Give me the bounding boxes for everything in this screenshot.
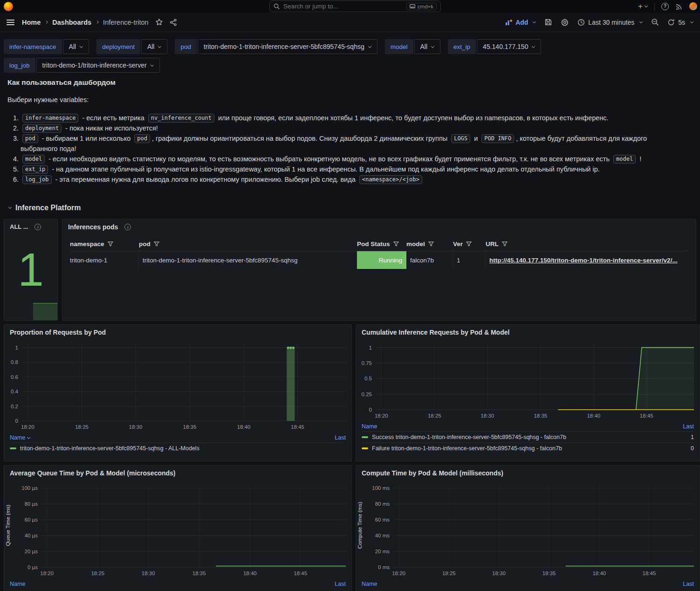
info-icon[interactable]: i	[124, 224, 131, 230]
legend-sort-last[interactable]: Last	[683, 581, 694, 587]
svg-text:0.4: 0.4	[11, 389, 19, 394]
legend-item[interactable]: Success triton-demo-1-triton-inference-s…	[362, 431, 694, 442]
panel-title[interactable]: ALL ... i	[4, 220, 57, 232]
svg-text:40 µs: 40 µs	[25, 533, 38, 538]
svg-text:0: 0	[369, 407, 372, 412]
help-icon[interactable]: ?	[661, 3, 669, 10]
inline-code-chip: model	[22, 155, 45, 164]
info-icon[interactable]: i	[34, 224, 41, 230]
status-badge: Running	[357, 251, 406, 269]
zoom-out-icon[interactable]	[651, 18, 659, 26]
filter-icon[interactable]	[502, 241, 508, 247]
filter-icon[interactable]	[466, 241, 472, 247]
column-header-url[interactable]: URL	[486, 237, 688, 251]
variable-label: deployment	[96, 39, 140, 54]
panel-title[interactable]: Average Queue Time by Pod & Model (micro…	[4, 466, 351, 479]
row-header-inference-platform[interactable]: Inference Platform	[7, 204, 81, 212]
proportion-chart-canvas[interactable]: 18:2018:2518:3018:3518:4018:4510.80.60.4…	[4, 339, 351, 432]
series-swatch	[10, 447, 16, 449]
table-header-row: namespace pod Pod Status model Ver URL	[70, 237, 688, 251]
legend-sort-last[interactable]: Last	[335, 581, 346, 587]
queue-time-chart-canvas[interactable]: 18:2018:2518:3018:3518:4018:45100 µs80 µ…	[4, 480, 351, 578]
filter-icon[interactable]	[108, 241, 113, 247]
cumulative-chart-canvas[interactable]: 18:2018:2518:3018:3518:4018:4510.750.50.…	[356, 339, 700, 421]
legend-sort-name[interactable]: Name	[362, 423, 377, 430]
breadcrumb-home[interactable]: Home	[22, 19, 41, 26]
favorite-star-icon[interactable]	[155, 18, 163, 26]
grafana-logo-icon[interactable]	[4, 2, 13, 11]
time-range-picker[interactable]: Last 30 minutes	[577, 19, 643, 26]
filter-icon[interactable]	[393, 241, 399, 247]
column-header-namespace[interactable]: namespace	[70, 237, 139, 251]
legend-sort-name[interactable]: Name	[362, 581, 377, 587]
refresh-icon	[667, 19, 675, 26]
save-dashboard-icon[interactable]	[544, 18, 552, 26]
svg-text:60 µs: 60 µs	[25, 517, 38, 522]
variable-value-dropdown[interactable]: triton-demo-1/triton-inference-server	[36, 58, 160, 73]
variable-value-dropdown[interactable]: All	[141, 39, 168, 54]
legend-sort-name[interactable]: Name	[10, 434, 25, 441]
svg-text:18:35: 18:35	[534, 413, 547, 419]
legend-item[interactable]: triton-demo-1-triton-inference-server-5b…	[10, 442, 346, 454]
column-header-model[interactable]: model	[406, 237, 453, 251]
svg-text:18:45: 18:45	[643, 570, 656, 576]
new-menu-button[interactable]: +	[638, 2, 648, 11]
legend-sort-name[interactable]: Name	[10, 581, 25, 587]
search-shortcut-hint: cmd+k	[406, 3, 437, 10]
inline-code-chip: deployment	[22, 124, 62, 133]
cell-namespace: triton-demo-1	[70, 251, 139, 269]
series-swatch	[362, 447, 368, 449]
settings-gear-icon[interactable]	[561, 18, 569, 27]
user-avatar[interactable]	[689, 2, 697, 10]
svg-text:0.6: 0.6	[11, 374, 18, 380]
dashboard-variables-row-1: infer-namespace All deployment All pod t…	[4, 39, 541, 54]
filter-icon[interactable]	[428, 241, 434, 247]
svg-text:18:25: 18:25	[91, 570, 104, 576]
variable-value-dropdown[interactable]: triton-demo-1-triton-inference-server-5b…	[198, 39, 377, 54]
series-swatch	[362, 436, 368, 438]
column-header-ver[interactable]: Ver	[453, 237, 486, 251]
add-panel-icon	[505, 19, 513, 26]
variable-ext-ip: ext_ip 45.140.177.150	[448, 39, 541, 54]
legend-sort-last[interactable]: Last	[335, 434, 346, 441]
share-icon[interactable]	[170, 19, 177, 26]
legend-item[interactable]: Failure triton-demo-1-triton-inference-s…	[362, 442, 694, 454]
search-box[interactable]: cmd+k	[269, 0, 441, 12]
add-panel-button[interactable]: Add	[505, 19, 536, 26]
svg-text:18:25: 18:25	[428, 413, 441, 419]
variable-value-dropdown[interactable]: 45.140.177.150	[477, 39, 541, 54]
column-header-pod-status[interactable]: Pod Status	[357, 237, 406, 251]
search-input[interactable]	[283, 3, 403, 10]
refresh-picker[interactable]: 5s	[667, 19, 693, 26]
cell-pod: triton-demo-1-triton-inference-server-5b…	[139, 251, 357, 269]
variable-value-dropdown[interactable]: All	[414, 39, 441, 54]
legend: Name Last	[4, 578, 351, 589]
svg-text:18:25: 18:25	[442, 570, 456, 576]
variable-label: pod	[175, 39, 197, 54]
breadcrumb-dashboards[interactable]: Dashboards	[52, 19, 91, 26]
dashboard-variables-row-2: log_job triton-demo-1/triton-inference-s…	[4, 58, 160, 73]
instructions-subheading: Выбери нужные variables:	[7, 96, 669, 103]
inline-code-chip: infer-namespace	[22, 114, 78, 123]
menu-toggle-icon[interactable]	[7, 20, 14, 25]
table-panel-inferences-pods: Inferences pods i namespace pod Pod Stat…	[62, 219, 696, 321]
svg-text:80 µs: 80 µs	[25, 501, 38, 507]
filter-icon[interactable]	[154, 241, 159, 247]
svg-text:0: 0	[15, 418, 18, 424]
svg-text:20 ms: 20 ms	[375, 549, 390, 554]
column-header-pod[interactable]: pod	[139, 237, 357, 251]
svg-text:100 µs: 100 µs	[21, 485, 38, 491]
panel-title[interactable]: Proportion of Requests by Pod	[4, 325, 351, 338]
panel-title[interactable]: Inferences pods i	[62, 220, 696, 233]
pod-url-link[interactable]: http://45.140.177.150/triton-demo-1/trit…	[489, 257, 678, 264]
panel-title[interactable]: Compute Time by Pod & Model (millisecond…	[356, 466, 700, 479]
legend-sort-last[interactable]: Last	[683, 423, 694, 430]
news-rss-icon[interactable]	[675, 3, 683, 10]
compute-time-chart-canvas[interactable]: 18:2018:2518:3018:3518:4018:45100 ms80 m…	[356, 480, 700, 578]
svg-text:18:40: 18:40	[592, 570, 606, 576]
svg-text:0.8: 0.8	[11, 359, 18, 365]
legend: Name Last triton-demo-1-triton-inference…	[4, 432, 351, 454]
variable-value-dropdown[interactable]: All	[63, 39, 89, 54]
panel-title[interactable]: Cumulative Inference Requests by Pod & M…	[356, 325, 700, 338]
cell-model: falcon7b	[406, 251, 453, 269]
